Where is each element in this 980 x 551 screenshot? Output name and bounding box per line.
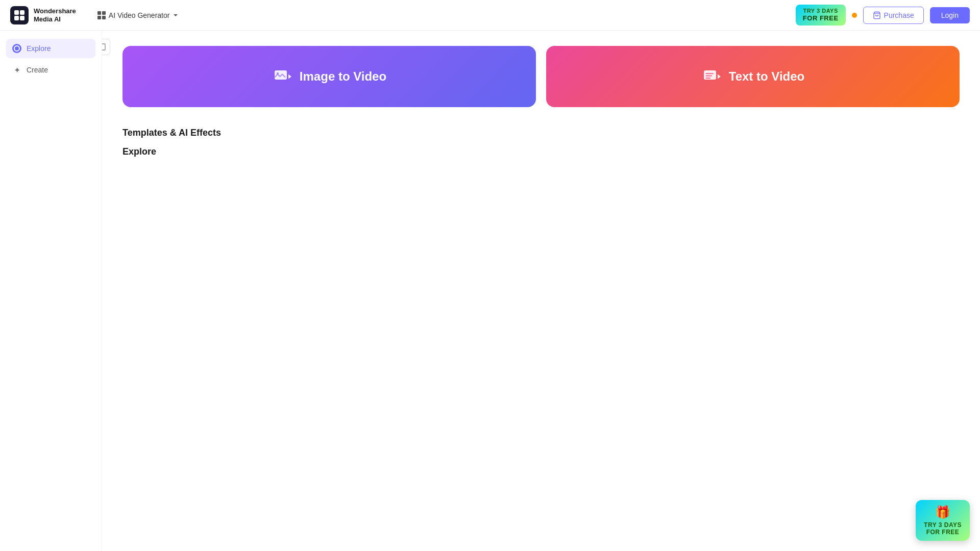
notification-dot (852, 13, 857, 18)
try-banner-line2: FOR FREE (803, 14, 839, 22)
svg-rect-2 (14, 16, 19, 20)
purchase-button[interactable]: Purchase (863, 7, 924, 24)
sidebar-collapse-button[interactable] (102, 39, 110, 55)
svg-rect-3 (20, 16, 24, 20)
brand-name: Wondershare (34, 7, 76, 15)
video-cards-row: Image to Video Text to Video (122, 46, 960, 107)
text-to-video-icon (701, 66, 722, 87)
grid-icon (97, 11, 106, 19)
nav-dropdown[interactable]: AI Video Generator (91, 8, 185, 22)
content-area: Image to Video Text to Video Templates &… (102, 31, 980, 551)
sidebar-item-create[interactable]: ✦ Create (6, 60, 95, 80)
floating-banner-line2: FOR FREE (926, 529, 960, 536)
layout-icon (102, 43, 106, 51)
cart-icon (873, 11, 881, 19)
header: Wondershare Media AI AI Video Generator … (0, 0, 980, 31)
try-banner-line1: TRY 3 DAYS (803, 8, 838, 14)
sidebar-create-label: Create (27, 66, 48, 74)
svg-marker-14 (718, 74, 721, 79)
svg-rect-1 (20, 10, 24, 15)
svg-rect-0 (14, 10, 19, 15)
login-label: Login (941, 11, 959, 19)
floating-banner-line1: TRY 3 DAYS (924, 521, 962, 529)
nav-dropdown-label: AI Video Generator (109, 11, 170, 19)
floating-try-banner[interactable]: 🎁 TRY 3 DAYS FOR FREE (916, 500, 970, 541)
explore-section-title: Explore (122, 146, 960, 157)
try-banner-header[interactable]: TRY 3 DAYS FOR FREE (796, 5, 846, 26)
text-to-video-label: Text to Video (729, 69, 804, 84)
login-button[interactable]: Login (930, 7, 970, 23)
sidebar-item-explore[interactable]: Explore (6, 39, 95, 58)
create-icon: ✦ (12, 65, 21, 74)
logo-area: Wondershare Media AI (10, 6, 76, 24)
gift-icon: 🎁 (935, 505, 951, 519)
sidebar-explore-label: Explore (27, 44, 51, 53)
main-layout: Explore ✦ Create (0, 31, 980, 551)
image-to-video-card[interactable]: Image to Video (122, 46, 536, 107)
explore-icon (12, 44, 21, 53)
text-to-video-card[interactable]: Text to Video (546, 46, 960, 107)
templates-section-title: Templates & AI Effects (122, 128, 960, 138)
image-to-video-icon (272, 66, 292, 87)
product-name: Media AI (34, 15, 76, 23)
chevron-down-icon (173, 12, 179, 18)
svg-marker-9 (288, 74, 291, 79)
logo-icon (10, 6, 29, 24)
logo-text: Wondershare Media AI (34, 7, 76, 23)
sidebar: Explore ✦ Create (0, 31, 102, 551)
image-to-video-label: Image to Video (300, 69, 386, 84)
svg-rect-5 (102, 44, 105, 50)
purchase-label: Purchase (884, 11, 914, 19)
header-actions: TRY 3 DAYS FOR FREE Purchase Login (796, 5, 970, 26)
